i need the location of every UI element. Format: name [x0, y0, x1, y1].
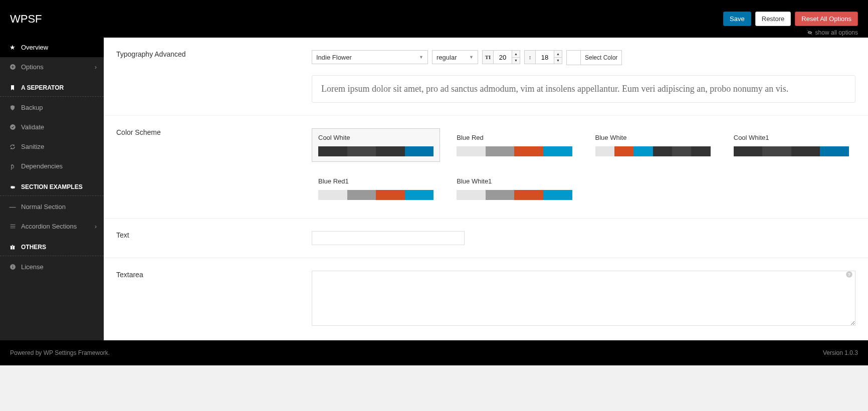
main-wrap: ★ Overview Options › A SEPERATOR Backup — [0, 38, 868, 340]
sidebar-item-sanitize[interactable]: Sanitize — [0, 137, 104, 156]
sidebar-item-backup[interactable]: Backup — [0, 98, 104, 117]
bars-icon — [9, 223, 16, 230]
line-height-stepper[interactable]: ↕ ▲ ▼ — [524, 50, 562, 64]
scheme-title: Blue White1 — [457, 177, 572, 185]
color-scheme-option[interactable]: Blue White1 — [450, 172, 578, 206]
svg-rect-11 — [12, 265, 13, 266]
text-label: Text — [116, 231, 312, 245]
reset-all-button[interactable]: Reset All Options — [795, 12, 858, 26]
size-up-button[interactable]: ▲ — [512, 51, 520, 58]
scheme-title: Blue Red1 — [318, 177, 433, 185]
caret-down-icon: ▼ — [469, 55, 474, 60]
gift-icon — [9, 244, 16, 251]
font-family-select[interactable]: Indie Flower ▼ — [312, 50, 428, 64]
footer-credit: Powered by WP Settings Framework. — [10, 349, 110, 356]
text-size-icon: TI — [483, 51, 494, 64]
svg-rect-5 — [10, 228, 15, 228]
scheme-title: Cool White — [318, 134, 433, 141]
typography-control: Indie Flower ▼ regular ▼ TI ▲ ▼ — [312, 50, 855, 103]
sidebar-item-accordion-sections[interactable]: Accordion Sections › — [0, 217, 104, 236]
font-size-stepper[interactable]: TI ▲ ▼ — [482, 50, 520, 64]
sidebar-item-dependencies[interactable]: ƥ Dependencies — [0, 156, 104, 176]
refresh-icon — [9, 143, 16, 150]
top-actions: Save Restore Reset All Options — [723, 12, 858, 26]
field-typography: Typography Advanced Indie Flower ▼ regul… — [104, 38, 868, 116]
help-icon[interactable]: ? — [845, 271, 853, 280]
chevron-right-icon: › — [95, 63, 97, 71]
color-scheme-option[interactable]: Blue Red1 — [312, 172, 440, 206]
sidebar-header-section-examples: SECTION EXAMPLES — [0, 176, 104, 196]
show-all-label: show all options — [815, 29, 858, 36]
scheme-swatch-bar — [318, 146, 433, 156]
info-circle-icon — [9, 264, 16, 271]
textarea-label: Textarea — [116, 271, 312, 327]
svg-point-2 — [10, 124, 16, 130]
color-scheme-option[interactable]: Cool White — [312, 128, 440, 162]
color-picker[interactable]: Select Color — [566, 50, 622, 65]
color-scheme-option[interactable]: Blue Red — [450, 128, 578, 162]
typography-preview: Lorem ipsum dolor sit amet, pro ad sanct… — [312, 75, 855, 103]
size-down-button[interactable]: ▼ — [512, 58, 520, 64]
text-input[interactable] — [312, 231, 465, 245]
sidebar: ★ Overview Options › A SEPERATOR Backup — [0, 38, 104, 340]
scheme-swatch-bar — [318, 190, 433, 200]
brand-title: WPSF — [10, 13, 42, 26]
field-textarea: ? Textarea — [104, 258, 868, 340]
color-scheme-grid: Cool WhiteBlue RedBlue WhiteCool White1B… — [312, 128, 855, 206]
font-weight-select[interactable]: regular ▼ — [432, 50, 478, 64]
chevron-right-icon: › — [95, 223, 97, 230]
save-button[interactable]: Save — [723, 12, 751, 26]
code-fork-icon: ƥ — [9, 163, 16, 170]
footer-version: Version 1.0.3 — [823, 349, 858, 356]
field-color-scheme: Color Scheme Cool WhiteBlue RedBlue Whit… — [104, 116, 868, 219]
line-height-icon: ↕ — [525, 51, 536, 64]
lh-up-button[interactable]: ▲ — [554, 51, 562, 58]
color-scheme-option[interactable]: Blue White — [589, 128, 717, 162]
scheme-title: Cool White1 — [734, 134, 849, 141]
sidebar-header-seperator: A SEPERATOR — [0, 77, 104, 97]
scheme-swatch-bar — [457, 190, 572, 200]
scheme-title: Blue White — [595, 134, 711, 141]
color-scheme-label: Color Scheme — [116, 128, 312, 206]
scheme-swatch-bar — [457, 146, 572, 156]
shield-icon — [9, 104, 16, 111]
eye-off-icon — [806, 29, 813, 36]
color-swatch — [567, 51, 581, 65]
color-scheme-option[interactable]: Cool White1 — [727, 128, 855, 162]
plus-circle-icon — [9, 64, 16, 71]
lh-down-button[interactable]: ▼ — [554, 58, 562, 64]
star-icon: ★ — [9, 44, 16, 51]
scheme-swatch-bar — [734, 146, 849, 156]
sidebar-item-license[interactable]: License — [0, 257, 104, 277]
footer: Powered by WP Settings Framework. Versio… — [0, 340, 868, 365]
svg-rect-10 — [12, 266, 13, 268]
svg-text:?: ? — [848, 272, 850, 277]
scheme-swatch-bar — [595, 146, 711, 156]
field-text: Text — [104, 219, 868, 258]
check-circle-icon — [9, 124, 16, 131]
svg-rect-3 — [10, 225, 15, 225]
sidebar-header-others: OTHERS — [0, 236, 104, 256]
sidebar-item-validate[interactable]: Validate — [0, 117, 104, 137]
sidebar-item-overview[interactable]: ★ Overview — [0, 38, 104, 57]
minus-icon: — — [9, 203, 16, 211]
top-bar: WPSF Save Restore Reset All Options show… — [0, 0, 868, 38]
restore-button[interactable]: Restore — [755, 12, 791, 26]
svg-rect-8 — [13, 246, 13, 250]
scheme-title: Blue Red — [457, 134, 572, 141]
gear-icon — [9, 183, 16, 190]
caret-down-icon: ▼ — [419, 55, 423, 60]
textarea-input[interactable] — [312, 271, 855, 326]
line-height-input[interactable] — [536, 51, 554, 64]
typography-label: Typography Advanced — [116, 50, 312, 103]
sidebar-item-options[interactable]: Options › — [0, 57, 104, 77]
show-all-options-link[interactable]: show all options — [806, 29, 858, 36]
bookmark-icon — [9, 84, 16, 91]
sidebar-item-normal-section[interactable]: — Normal Section — [0, 197, 104, 217]
content-area: Typography Advanced Indie Flower ▼ regul… — [104, 38, 868, 340]
font-size-input[interactable] — [494, 51, 512, 64]
svg-rect-4 — [10, 226, 15, 227]
